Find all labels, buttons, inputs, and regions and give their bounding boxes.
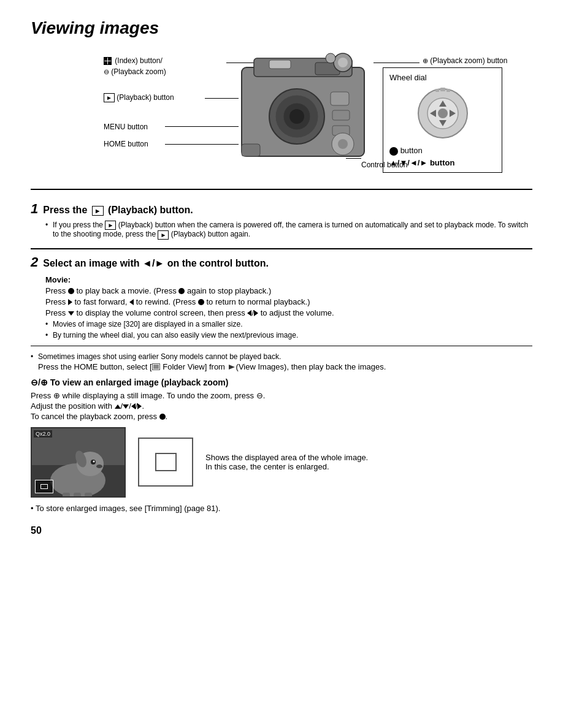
svg-point-18	[338, 139, 348, 149]
step1-header: 1 Press the ► (Playback) button.	[31, 202, 532, 216]
svg-rect-24	[446, 89, 450, 92]
zoom-inner-rect	[155, 453, 177, 471]
svg-rect-43	[63, 493, 70, 498]
movie-line1: Press to play back a movie. (Press again…	[45, 286, 532, 295]
playback-zoom-small-label: ⊖ (Playback zoom)	[104, 67, 166, 76]
svg-rect-23	[435, 89, 439, 92]
step1-bullet: If you press the ► (Playback) button whe…	[45, 221, 532, 240]
page-title: Viewing images	[31, 18, 532, 38]
menu-line	[165, 126, 239, 127]
playback-line	[205, 98, 239, 99]
svg-rect-15	[332, 110, 350, 120]
playback-btn-label: ► (Playback) button	[104, 93, 174, 102]
svg-rect-33	[153, 365, 159, 369]
movie-subsection: Movie: Press to play back a movie. (Pres…	[45, 275, 532, 339]
svg-rect-3	[108, 61, 111, 64]
svg-rect-22	[440, 88, 445, 91]
preview-overlay	[35, 480, 53, 493]
note1: Sometimes images shot using earlier Sony…	[31, 352, 532, 361]
zoom-caption: Shows the displayed area of the whole im…	[205, 453, 532, 471]
movie-line3: Press to display the volume control scre…	[45, 308, 532, 317]
svg-rect-44	[74, 493, 81, 498]
step2-number: 2	[31, 256, 38, 269]
dot-button-label: button	[389, 146, 496, 156]
zoom-line3: To cancel the playback zoom, press .	[31, 412, 532, 421]
movie-label: Movie:	[45, 275, 532, 284]
step1-section: 1 Press the ► (Playback) button. If you …	[31, 196, 532, 240]
step2-heading: Select an image with ◄/► on the control …	[43, 258, 269, 269]
camera-diagram: (Index) button/ ⊖ (Playback zoom) ► (Pla…	[104, 49, 459, 178]
notes-section: Sometimes images shot using earlier Sony…	[31, 352, 532, 371]
control-line	[346, 158, 361, 159]
zoom-line1: Press ⊕ while displaying a still image. …	[31, 391, 532, 400]
svg-marker-34	[229, 365, 235, 370]
camera-preview-image: Qx2.0	[31, 427, 126, 498]
svg-rect-14	[331, 92, 349, 105]
zoom-level: Qx2.0	[34, 430, 52, 438]
zoom-images: Qx2.0 Shows the displayed area of the wh…	[31, 427, 532, 498]
svg-rect-20	[242, 144, 260, 156]
svg-rect-19	[269, 60, 291, 69]
zoom-caption-sub: In this case, the center is enlarged.	[205, 462, 532, 471]
svg-point-41	[93, 460, 95, 462]
dpad-button-label: ▲/▼/◄/► button	[389, 158, 496, 167]
step1-heading: Press the ► (Playback) button.	[43, 205, 193, 216]
step2-body: Movie: Press to play back a movie. (Pres…	[31, 275, 532, 339]
step2-header: 2 Select an image with ◄/► on the contro…	[31, 256, 532, 269]
zoom-heading: ⊖/⊕ To view an enlarged image (playback …	[31, 377, 532, 387]
svg-rect-1	[108, 58, 111, 61]
svg-rect-2	[104, 61, 107, 64]
svg-rect-45	[85, 493, 92, 498]
camera-image	[236, 49, 370, 172]
svg-point-9	[289, 109, 304, 124]
movie-bullet1: Movies of image size [320] are displayed…	[45, 320, 532, 328]
movie-line2: Press to fast forward, to rewind. (Press…	[45, 297, 532, 306]
svg-point-42	[96, 464, 102, 468]
home-line	[165, 144, 239, 145]
wheel-dial-title: Wheel dial	[389, 73, 496, 82]
playback-zoom-btn-label: ⊕ (Playback zoom) button	[423, 56, 507, 65]
page-number: 50	[31, 525, 532, 536]
preview-rect	[40, 484, 48, 489]
home-btn-label: HOME button	[104, 140, 148, 148]
index-btn-label: (Index) button/	[104, 56, 163, 65]
zoom-btn-line	[373, 63, 419, 63]
menu-btn-label: MENU button	[104, 123, 148, 131]
note2: Press the HOME button, select [ Folder V…	[31, 362, 532, 371]
wheel-dial-box: Wheel dial	[383, 67, 502, 173]
zoom-caption-main: Shows the displayed area of the whole im…	[205, 453, 532, 462]
svg-point-26	[438, 108, 448, 118]
step1-number: 1	[31, 202, 38, 216]
svg-point-13	[326, 53, 335, 63]
svg-rect-0	[104, 58, 107, 61]
step1-body: If you press the ► (Playback) button whe…	[31, 221, 532, 240]
movie-bullet2: By turning the wheel dial, you can also …	[45, 331, 532, 339]
footer-note: • To store enlarged images, see [Trimmin…	[31, 504, 532, 513]
zoom-overview-box	[138, 438, 193, 487]
svg-point-12	[338, 58, 348, 67]
zoom-section: ⊖/⊕ To view an enlarged image (playback …	[31, 377, 532, 513]
zoom-line2: Adjust the position with ///.	[31, 401, 532, 411]
step2-section: 2 Select an image with ◄/► on the contro…	[31, 256, 532, 339]
